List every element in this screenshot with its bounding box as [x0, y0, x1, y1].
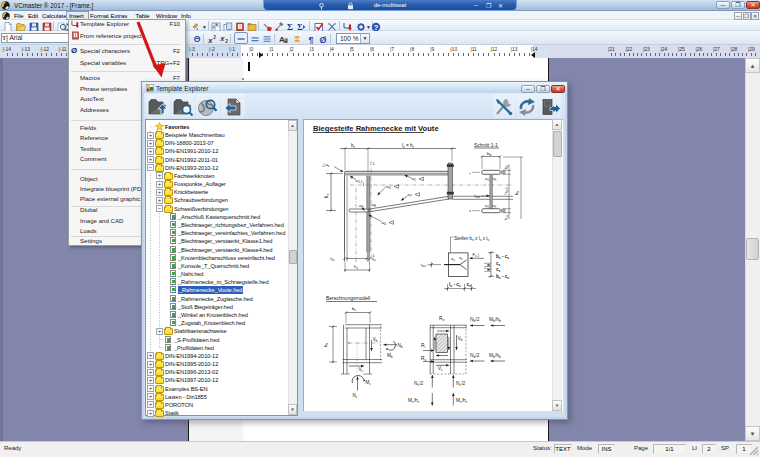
svg-text:tf,u: tf,u	[503, 215, 509, 220]
svg-text:hb: hb	[323, 343, 329, 347]
svg-text:bc: bc	[351, 143, 356, 149]
svg-text:Mc/hc: Mc/hc	[456, 398, 468, 404]
svg-text:Nb: Nb	[398, 343, 403, 349]
svg-text:a9: a9	[359, 203, 363, 209]
svg-text:a4: a4	[382, 220, 386, 226]
svg-text:hb: hb	[514, 191, 520, 195]
svg-text:Vb: Vb	[373, 337, 378, 343]
svg-text:△av: △av	[322, 162, 330, 168]
svg-text:cs: cs	[496, 267, 501, 273]
svg-text:Θ: Θ	[193, 34, 200, 44]
svg-text:+: +	[469, 171, 471, 175]
svg-text:hw,b: hw,b	[503, 187, 509, 194]
svg-text:Mb/hb: Mb/hb	[489, 317, 501, 323]
svg-text:Ø: Ø	[319, 34, 326, 43]
svg-text:bs - cs: bs - cs	[496, 274, 509, 280]
svg-text:?: ?	[373, 22, 378, 31]
svg-text:tw,b: tw,b	[474, 193, 480, 199]
svg-text:a8: a8	[372, 202, 376, 208]
svg-text:ls - cs: ls - cs	[449, 282, 461, 288]
svg-text:Schnitt 1-1: Schnitt 1-1	[474, 142, 498, 148]
svg-text:bb: bb	[487, 151, 491, 157]
svg-text:tf,c: tf,c	[330, 256, 335, 262]
svg-text:tw,v: tw,v	[421, 262, 427, 268]
svg-text:Vc: Vc	[438, 366, 443, 372]
svg-text:lv = hc: lv = hc	[402, 143, 415, 149]
svg-text:bc: bc	[352, 306, 356, 312]
svg-text:cs: cs	[467, 282, 472, 288]
svg-text:a1: a1	[485, 176, 489, 182]
svg-text:bs - cs: bs - cs	[496, 254, 509, 260]
svg-text:Ri: Ri	[421, 343, 425, 349]
svg-text:a1: a1	[412, 176, 416, 182]
svg-text:Nb/2: Nb/2	[470, 353, 480, 359]
svg-text:Mb: Mb	[387, 353, 393, 359]
svg-text:z: z	[469, 209, 471, 213]
svg-text:Mc/hc: Mc/hc	[408, 398, 420, 404]
svg-text:Ro: Ro	[439, 316, 444, 322]
svg-text:hv: hv	[324, 194, 330, 199]
svg-text:Mb/hb: Mb/hb	[489, 353, 501, 359]
svg-text:a2: a2	[387, 184, 391, 190]
svg-text:¶: ¶	[308, 34, 313, 43]
svg-text:Fs,1: Fs,1	[473, 252, 480, 258]
svg-text:Ru: Ru	[421, 356, 426, 362]
svg-text:Berechnungsmodell: Berechnungsmodell	[326, 295, 370, 301]
svg-text:1: 1	[373, 162, 375, 166]
svg-text:Mc: Mc	[366, 380, 372, 386]
svg-text:Nb/2: Nb/2	[470, 317, 480, 323]
svg-text:Vb: Vb	[458, 336, 463, 342]
svg-text:Steifen bs x ls x ts: Steifen bs x ls x ts	[454, 236, 490, 242]
svg-text:hc: hc	[354, 264, 358, 270]
svg-text:Vc: Vc	[359, 367, 364, 373]
svg-text:Nc/2: Nc/2	[414, 381, 424, 387]
svg-text:a7: a7	[408, 192, 412, 198]
svg-text:2: 2	[225, 38, 228, 44]
svg-text:a1: a1	[493, 203, 497, 209]
svg-text:a1: a1	[485, 203, 489, 209]
svg-text:tf,o: tf,o	[503, 164, 509, 169]
svg-text:Biegesteife Rahmenecke mit Vou: Biegesteife Rahmenecke mit Voute	[313, 124, 439, 133]
svg-text:a1: a1	[493, 176, 497, 182]
svg-text:a2,1: a2,1	[356, 178, 363, 184]
svg-text:2: 2	[213, 34, 216, 40]
svg-text:Nc/2: Nc/2	[456, 381, 466, 387]
svg-text:Nc: Nc	[353, 393, 358, 399]
